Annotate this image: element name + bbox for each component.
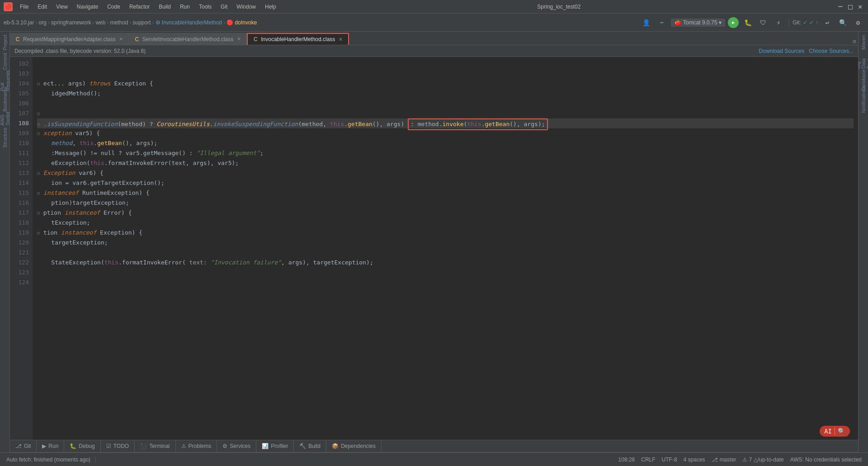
tab-close-1[interactable]: ✕ xyxy=(118,36,124,42)
menu-help[interactable]: Help xyxy=(261,3,280,11)
line-num-122: 122 xyxy=(14,258,29,268)
sidebar-bookmarks[interactable]: Bookmarks xyxy=(0,90,9,108)
breadcrumb-support[interactable]: support xyxy=(132,19,151,26)
fold-117[interactable]: ⊟ xyxy=(37,211,40,216)
status-crlf[interactable]: CRLF xyxy=(639,456,657,464)
git-check-1: ✓ xyxy=(803,19,807,26)
choose-sources-link[interactable]: Choose Sources... xyxy=(809,48,854,54)
run-config-label: Tomcat 9.0.75 xyxy=(683,19,717,26)
line-num-103: 103 xyxy=(14,69,29,79)
tool-tab-problems[interactable]: ⚠ Problems xyxy=(176,440,217,452)
tool-tab-debug[interactable]: 🐛 Debug xyxy=(64,440,100,452)
menu-code[interactable]: Code xyxy=(104,3,124,11)
menu-navigate[interactable]: Navigate xyxy=(73,3,102,11)
indent-label: 4 spaces xyxy=(684,457,705,463)
status-indent[interactable]: 4 spaces xyxy=(682,456,707,464)
breadcrumb-org[interactable]: org xyxy=(38,19,46,26)
line-num-104: 104 xyxy=(14,79,29,89)
terminal-icon: ⬛ xyxy=(140,443,147,449)
line-num-114: 114 xyxy=(14,178,29,188)
download-sources-link[interactable]: Download Sources xyxy=(759,48,805,54)
tab-invocable[interactable]: C InvocableHandlerMethod.class ✕ xyxy=(247,33,349,45)
menu-window[interactable]: Window xyxy=(233,3,259,11)
tab-close-3[interactable]: ✕ xyxy=(337,36,344,42)
menu-git[interactable]: Git xyxy=(217,3,231,11)
menu-build[interactable]: Build xyxy=(155,3,175,11)
tab-close-2[interactable]: ✕ xyxy=(236,36,242,42)
menu-run[interactable]: Run xyxy=(176,3,193,11)
tab-servlet[interactable]: C ServletInvocableHandlerMethod.class ✕ xyxy=(129,33,247,45)
menu-bar: File Edit View Navigate Code Refactor Bu… xyxy=(16,3,280,11)
breadcrumb-jar[interactable]: eb-5.3.10.jar xyxy=(4,19,34,26)
fold-113[interactable]: ⊟ xyxy=(37,171,40,176)
title-bar-left: 🔴 File Edit View Navigate Code Refactor … xyxy=(4,2,280,11)
sidebar-commit[interactable]: Commit xyxy=(0,52,9,71)
ai-search-button[interactable]: 🔍 xyxy=(838,428,845,435)
tool-tab-run[interactable]: ▶ Run xyxy=(37,440,64,452)
status-aws[interactable]: AWS: No credentials selected xyxy=(788,456,863,464)
user-icon[interactable]: 👤 xyxy=(640,16,653,29)
breadcrumb-method-name[interactable]: 🔴 doInvoke xyxy=(226,19,257,26)
menu-view[interactable]: View xyxy=(52,3,71,11)
ai-button[interactable]: AI xyxy=(824,428,832,435)
tool-tab-services[interactable]: ⚙ Services xyxy=(217,440,256,452)
tool-tab-dependencies[interactable]: 📦 Dependencies xyxy=(326,440,382,452)
status-vcs[interactable]: ⎇ master xyxy=(710,456,738,464)
status-warnings[interactable]: ⚠ 7 △/up-to-date xyxy=(741,456,785,464)
minimize-button[interactable]: ─ xyxy=(838,4,844,10)
sidebar-aws[interactable]: AWS Toolkit xyxy=(0,109,9,127)
breadcrumb-web[interactable]: web xyxy=(95,19,105,26)
todo-icon: ☑ xyxy=(106,443,111,449)
sidebar-notifications[interactable]: Notifications xyxy=(859,90,868,108)
fold-104[interactable]: ⊟ xyxy=(37,81,40,86)
maximize-button[interactable]: □ xyxy=(848,4,854,10)
line-num-118: 118 xyxy=(14,218,29,228)
aws-text: AWS: No credentials selected xyxy=(790,457,862,463)
breadcrumb-class[interactable]: ⚙ InvocableHandlerMethod xyxy=(156,19,222,26)
right-sidebar: Maven Big Data Tools Database Notificati… xyxy=(858,32,868,452)
search-toolbar-button[interactable]: 🔍 xyxy=(836,16,849,29)
run-button[interactable]: ▶ xyxy=(728,17,739,28)
fold-107[interactable]: ⊟ xyxy=(37,111,40,116)
breadcrumb-method[interactable]: method xyxy=(110,19,128,26)
line-num-113: 113 xyxy=(14,168,29,178)
fold-119[interactable]: ⊟ xyxy=(37,231,40,235)
code-line-122: StateException(this.formatInvokeError( t… xyxy=(37,258,854,268)
tool-tab-profiler[interactable]: 📊 Profiler xyxy=(256,440,294,452)
close-button[interactable]: ✕ xyxy=(858,4,864,10)
profile-button[interactable]: ⚡ xyxy=(772,16,785,29)
run-configuration[interactable]: 🍅 Tomcat 9.0.75 ▾ xyxy=(671,19,725,27)
fold-108[interactable]: ⊟ xyxy=(37,122,40,127)
tool-tab-git[interactable]: ⎇ Git xyxy=(10,440,37,452)
sidebar-maven[interactable]: Maven xyxy=(859,33,868,52)
code-content[interactable]: ⊟ ect... args) throws Exception { idgedM… xyxy=(33,57,858,441)
line-num-121: 121 xyxy=(14,248,29,258)
code-line-119: ⊟ tion instanceof Exception) { xyxy=(37,228,854,238)
git-icon: ⎇ xyxy=(15,443,22,449)
fold-115[interactable]: ⊟ xyxy=(37,191,40,196)
fold-109[interactable]: ⊟ xyxy=(37,131,40,136)
tool-tab-build-label: Build xyxy=(308,443,321,449)
tool-tab-todo[interactable]: ☑ TODO xyxy=(101,440,135,452)
debug-button[interactable]: 🐛 xyxy=(741,16,754,29)
menu-file[interactable]: File xyxy=(16,3,32,11)
settings-button[interactable]: ⚙ xyxy=(852,16,864,29)
sidebar-project[interactable]: Project xyxy=(0,33,9,52)
menu-refactor[interactable]: Refactor xyxy=(126,3,153,11)
menu-edit[interactable]: Edit xyxy=(34,3,51,11)
breadcrumb-springframework[interactable]: springframework xyxy=(51,19,91,26)
undo-button[interactable]: ↩ xyxy=(821,16,834,29)
sidebar-structure[interactable]: Structure xyxy=(0,128,9,146)
tab-request-mapping[interactable]: C RequestMappingHandlerAdapter.class ✕ xyxy=(10,33,129,45)
menu-tools[interactable]: Tools xyxy=(195,3,215,11)
status-position[interactable]: 108:28 xyxy=(617,456,637,464)
tool-tab-terminal[interactable]: ⬛ Terminal xyxy=(135,440,175,452)
coverage-button[interactable]: 🛡 xyxy=(757,16,769,29)
tool-tab-git-label: Git xyxy=(24,443,31,449)
ai-divider xyxy=(835,428,835,435)
code-line-113: ⊟ Exception var6) { xyxy=(37,168,854,178)
navigate-back[interactable]: ⬅ xyxy=(656,16,668,29)
tab-overflow[interactable]: ≡ xyxy=(853,38,858,45)
tool-tab-build[interactable]: 🔨 Build xyxy=(294,440,326,452)
status-encoding[interactable]: UTF-8 xyxy=(660,456,679,464)
